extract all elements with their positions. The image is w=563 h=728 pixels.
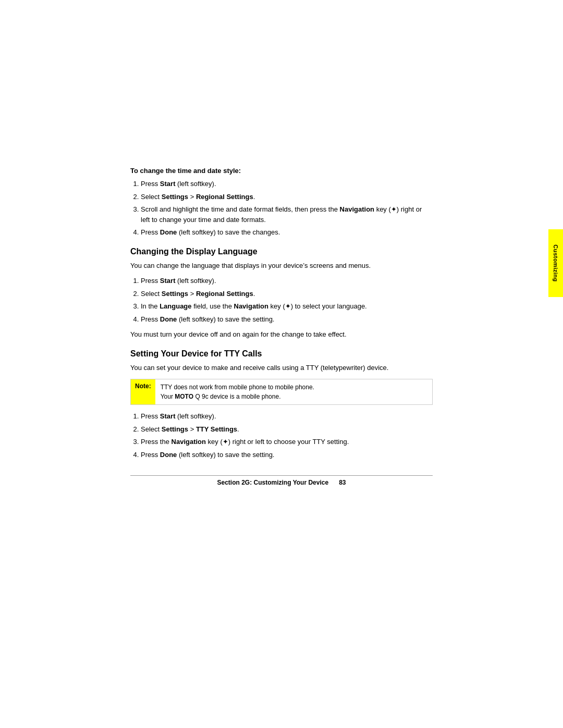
lang-step1-after: (left softkey). xyxy=(175,277,216,285)
tty-steps-list: Press Start (left softkey). Select Setti… xyxy=(141,411,433,460)
tty-step4-bold: Done xyxy=(160,451,177,459)
note-label-text: Note: xyxy=(135,382,151,390)
footer-section-label: Section 2G: Customizing Your Device xyxy=(217,479,329,486)
lang-step3-before: In the xyxy=(141,302,160,310)
content-area: To change the time and date style: Press… xyxy=(78,0,485,528)
step2-bold2: Regional Settings xyxy=(196,193,253,201)
lang-step-2: Select Settings > Regional Settings. xyxy=(141,289,433,299)
step2-text-mid: > xyxy=(188,193,196,201)
tty-step4-after: (left softkey) to save the setting. xyxy=(177,451,274,459)
lang-step4-bold: Done xyxy=(160,315,177,323)
tty-step2-bold2: TTY Settings xyxy=(196,425,237,433)
time-date-intro-label: To change the time and date style: xyxy=(130,167,433,175)
tty-step2-mid: > xyxy=(188,425,196,433)
tty-step-4: Press Done (left softkey) to save the se… xyxy=(141,450,433,460)
tty-step2-before: Select xyxy=(141,425,162,433)
lang-step1-bold: Start xyxy=(160,277,176,285)
step1-text-before: Press xyxy=(141,180,160,188)
page-footer: Section 2G: Customizing Your Device 83 xyxy=(130,475,433,486)
lang-step4-before: Press xyxy=(141,315,160,323)
display-language-intro: You can change the language that display… xyxy=(130,261,433,271)
tty-step-2: Select Settings > TTY Settings. xyxy=(141,424,433,435)
page-wrapper: Customizing To change the time and date … xyxy=(0,0,563,728)
note-line2-before: Your xyxy=(161,393,175,400)
lang-step2-before: Select xyxy=(141,290,162,298)
tty-heading: Setting Your Device for TTY Calls xyxy=(130,349,433,359)
step1-bold: Start xyxy=(160,180,176,188)
step2-text-after: . xyxy=(253,193,255,201)
tty-step1-bold: Start xyxy=(160,412,176,420)
footer-page-number xyxy=(330,479,337,486)
time-date-step-1: Press Start (left softkey). xyxy=(141,179,433,189)
step2-bold1: Settings xyxy=(162,193,188,201)
step4-text-after: (left softkey) to save the changes. xyxy=(177,228,280,236)
lang-step3-bold1: Language xyxy=(160,302,191,310)
note-content: TTY does not work from mobile phone to m… xyxy=(155,379,320,404)
lang-step3-after: key (✦) to select your language. xyxy=(268,302,367,310)
note-moto-bold: MOTO xyxy=(175,393,193,400)
side-tab-label: Customizing xyxy=(553,244,559,282)
time-date-step-4: Press Done (left softkey) to save the ch… xyxy=(141,227,433,238)
step1-text-after: (left softkey). xyxy=(175,180,216,188)
lang-step-3: In the Language field, use the Navigatio… xyxy=(141,301,433,312)
tty-step-3: Press the Navigation key (✦) right or le… xyxy=(141,437,433,447)
step2-text-before: Select xyxy=(141,193,162,201)
tty-step3-after: key (✦) right or left to choose your TTY… xyxy=(206,438,349,446)
note-line1: TTY does not work from mobile phone to m… xyxy=(161,384,314,391)
lang-step-4: Press Done (left softkey) to save the se… xyxy=(141,314,433,325)
lang-step2-after: . xyxy=(253,290,255,298)
time-date-steps-list: Press Start (left softkey). Select Setti… xyxy=(141,179,433,238)
lang-step3-mid: field, use the xyxy=(192,302,234,310)
lang-step3-bold2: Navigation xyxy=(234,302,268,310)
tty-step3-bold: Navigation xyxy=(172,438,206,446)
tty-step3-before: Press the xyxy=(141,438,172,446)
side-tab: Customizing xyxy=(548,229,563,297)
step4-bold: Done xyxy=(160,228,177,236)
display-language-heading: Changing the Display Language xyxy=(130,247,433,256)
tty-step-1: Press Start (left softkey). xyxy=(141,411,433,422)
tty-step4-before: Press xyxy=(141,451,160,459)
tty-intro: You can set your device to make and rece… xyxy=(130,363,433,373)
tty-step1-after: (left softkey). xyxy=(175,412,216,420)
footer-page-num-value: 83 xyxy=(339,479,346,486)
step3-text-before: Scroll and highlight the time and date f… xyxy=(141,205,340,213)
lang-step4-after: (left softkey) to save the setting. xyxy=(177,315,274,323)
step3-bold: Navigation xyxy=(340,205,374,213)
tty-step1-before: Press xyxy=(141,412,160,420)
display-language-steps-list: Press Start (left softkey). Select Setti… xyxy=(141,276,433,324)
display-language-followup: You must turn your device off and on aga… xyxy=(130,329,433,340)
lang-step2-mid: > xyxy=(188,290,196,298)
note-line2-after: Q 9c device is a mobile phone. xyxy=(193,393,280,400)
step4-text-before: Press xyxy=(141,228,160,236)
time-date-step-2: Select Settings > Regional Settings. xyxy=(141,192,433,202)
time-date-step-3: Scroll and highlight the time and date f… xyxy=(141,204,433,225)
lang-step-1: Press Start (left softkey). xyxy=(141,276,433,286)
tty-step2-bold1: Settings xyxy=(162,425,188,433)
tty-step2-after: . xyxy=(237,425,239,433)
lang-step2-bold1: Settings xyxy=(162,290,188,298)
lang-step2-bold2: Regional Settings xyxy=(196,290,253,298)
lang-step1-before: Press xyxy=(141,277,160,285)
note-label: Note: xyxy=(131,379,155,404)
note-box: Note: TTY does not work from mobile phon… xyxy=(130,379,433,405)
